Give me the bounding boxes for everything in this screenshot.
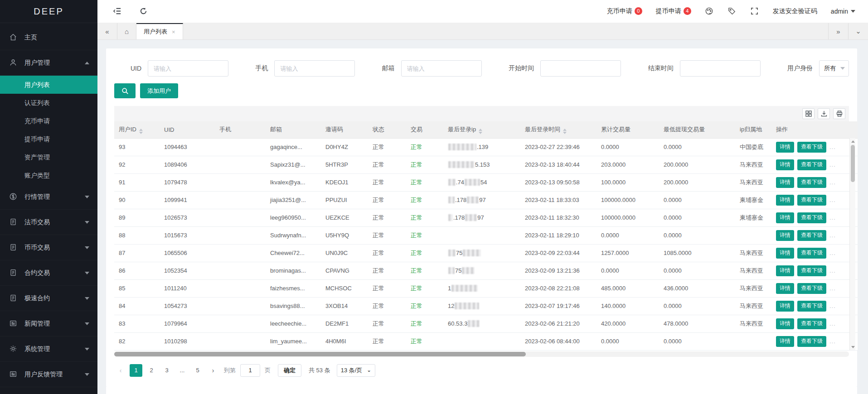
withdraw-requests-link[interactable]: 提币申请 4 [656, 7, 691, 15]
sidebar-item-9[interactable]: 用户反馈管理 [0, 362, 97, 387]
view-subordinates-button[interactable]: 查看下级 [797, 283, 826, 294]
confirm-page-button[interactable]: 确定 [278, 364, 301, 377]
goto-page-input[interactable] [240, 364, 260, 377]
more-actions-button[interactable]: ... [829, 231, 836, 238]
sidebar-item-0[interactable]: 主页 [0, 25, 97, 50]
column-header-8[interactable]: 最后登录时间 [520, 121, 596, 138]
user-menu[interactable]: admin [831, 8, 855, 15]
view-subordinates-button[interactable]: 查看下级 [797, 195, 826, 206]
tabs-scroll-right-button[interactable]: » [828, 23, 848, 39]
more-actions-button[interactable]: ... [829, 284, 836, 291]
home-tab[interactable]: ⌂ [117, 23, 136, 39]
horizontal-scroll-thumb[interactable] [114, 352, 526, 356]
view-subordinates-button[interactable]: 查看下级 [797, 159, 826, 170]
email-filter-input[interactable] [401, 60, 482, 77]
column-header-7[interactable]: 最后登录ip [443, 121, 520, 138]
more-actions-button[interactable]: ... [829, 214, 836, 221]
sidebar-item-6[interactable]: 极速合约 [0, 286, 97, 311]
view-subordinates-button[interactable]: 查看下级 [797, 248, 826, 259]
page-button-2[interactable]: 2 [145, 364, 158, 377]
sidebar-item-2[interactable]: 行情管理 [0, 184, 97, 210]
sidebar-subitem-账户类型[interactable]: 账户类型 [0, 166, 97, 184]
scroll-down-arrow-icon[interactable] [850, 344, 856, 350]
sort-icon[interactable] [479, 129, 482, 134]
phone-filter-input[interactable] [274, 60, 355, 77]
view-subordinates-button[interactable]: 查看下级 [797, 318, 826, 329]
uid-filter-input[interactable] [148, 60, 228, 77]
vertical-scroll-thumb[interactable] [851, 145, 855, 182]
print-button[interactable] [833, 108, 845, 119]
detail-button[interactable]: 详情 [776, 230, 794, 241]
vertical-scrollbar[interactable] [849, 138, 855, 350]
detail-button[interactable]: 详情 [776, 336, 794, 347]
scroll-up-arrow-icon[interactable] [850, 138, 856, 144]
more-actions-button[interactable]: ... [829, 143, 836, 150]
prev-page-button[interactable]: ‹ [114, 364, 127, 377]
sidebar-item-7[interactable]: 新闻管理 [0, 311, 97, 336]
more-actions-button[interactable]: ... [829, 249, 836, 256]
view-subordinates-button[interactable]: 查看下级 [797, 177, 826, 188]
view-subordinates-button[interactable]: 查看下级 [797, 301, 826, 312]
detail-button[interactable]: 详情 [776, 195, 794, 206]
sidebar-subitem-提币申请[interactable]: 提币申请 [0, 130, 97, 148]
column-header-0[interactable]: 用户ID [114, 121, 160, 138]
sidebar-item-5[interactable]: 合约交易 [0, 260, 97, 286]
deposit-requests-link[interactable]: 充币申请 0 [607, 7, 642, 15]
user-identity-select[interactable]: 所有 [819, 60, 849, 77]
more-actions-button[interactable]: ... [829, 161, 836, 168]
sidebar-subitem-充币申请[interactable]: 充币申请 [0, 112, 97, 130]
sidebar-item-4[interactable]: 币币交易 [0, 235, 97, 260]
add-user-button[interactable]: 添加用户 [140, 83, 178, 98]
sidebar-item-1[interactable]: 用户管理 [0, 50, 97, 76]
page-button-1[interactable]: 1 [130, 364, 142, 377]
close-icon[interactable]: × [172, 29, 175, 35]
detail-button[interactable]: 详情 [776, 283, 794, 294]
view-subordinates-button[interactable]: 查看下级 [797, 265, 826, 276]
more-actions-button[interactable]: ... [829, 178, 836, 185]
send-security-code-button[interactable]: 发送安全验证码 [773, 7, 817, 15]
start-time-input[interactable] [540, 60, 621, 77]
more-actions-button[interactable]: ... [829, 302, 836, 309]
more-actions-button[interactable]: ... [829, 196, 836, 203]
detail-button[interactable]: 详情 [776, 212, 794, 223]
detail-button[interactable]: 详情 [776, 159, 794, 170]
more-actions-button[interactable]: ... [829, 267, 836, 274]
page-size-select[interactable]: 13 条/页 ⌄ [337, 364, 375, 377]
export-button[interactable] [818, 108, 830, 119]
detail-button[interactable]: 详情 [776, 248, 794, 259]
tab-user-list[interactable]: 用户列表 × [136, 23, 183, 39]
sort-icon[interactable] [139, 129, 143, 134]
detail-button[interactable]: 详情 [776, 177, 794, 188]
horizontal-scrollbar[interactable] [114, 351, 849, 357]
more-actions-button[interactable]: ... [829, 320, 836, 327]
detail-button[interactable]: 详情 [776, 265, 794, 276]
end-time-input[interactable] [680, 60, 761, 77]
sidebar-subitem-认证列表[interactable]: 认证列表 [0, 94, 97, 112]
more-actions-button[interactable]: ... [829, 337, 836, 344]
view-subordinates-button[interactable]: 查看下级 [797, 336, 826, 347]
sidebar-item-8[interactable]: 系统管理 [0, 336, 97, 362]
column-settings-button[interactable] [802, 108, 815, 119]
view-subordinates-button[interactable]: 查看下级 [797, 230, 826, 241]
theme-palette-icon[interactable] [705, 7, 714, 16]
fullscreen-icon[interactable] [750, 7, 759, 16]
tabs-menu-button[interactable]: ⌄ [848, 23, 868, 39]
view-subordinates-button[interactable]: 查看下级 [797, 142, 826, 153]
detail-button[interactable]: 详情 [776, 301, 794, 312]
view-subordinates-button[interactable]: 查看下级 [797, 212, 826, 223]
sidebar-item-3[interactable]: 法币交易 [0, 210, 97, 235]
detail-button[interactable]: 详情 [776, 142, 794, 153]
refresh-icon[interactable] [139, 7, 148, 16]
tabs-scroll-left-button[interactable]: « [97, 23, 117, 39]
sort-icon[interactable] [563, 129, 567, 134]
page-button-3[interactable]: 3 [160, 364, 173, 377]
column-header-label: 状态 [373, 126, 384, 133]
collapse-sidebar-icon[interactable] [113, 7, 122, 16]
search-button[interactable] [114, 83, 136, 98]
sidebar-subitem-资产管理[interactable]: 资产管理 [0, 148, 97, 166]
page-button-5[interactable]: 5 [191, 364, 204, 377]
tag-icon[interactable] [727, 7, 737, 16]
detail-button[interactable]: 详情 [776, 318, 794, 329]
sidebar-subitem-用户列表[interactable]: 用户列表 [0, 76, 97, 94]
next-page-button[interactable]: › [207, 364, 219, 377]
